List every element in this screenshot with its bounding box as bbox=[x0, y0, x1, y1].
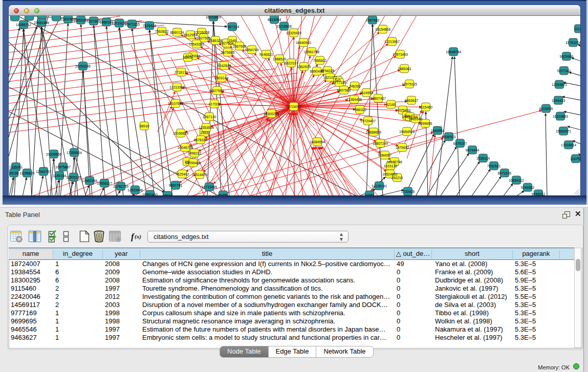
svg-text:12975115: 12975115 bbox=[402, 82, 417, 86]
svg-text:98901: 98901 bbox=[183, 56, 193, 59]
svg-text:18807249: 18807249 bbox=[373, 142, 388, 145]
svg-text:19384554: 19384554 bbox=[310, 140, 325, 144]
svg-text:8322037: 8322037 bbox=[285, 61, 298, 65]
svg-text:2553: 2553 bbox=[200, 131, 208, 135]
svg-text:13325419: 13325419 bbox=[286, 31, 301, 35]
svg-text:18724007: 18724007 bbox=[286, 105, 301, 108]
svg-text:12923446: 12923446 bbox=[127, 188, 143, 192]
svg-text:10807467: 10807467 bbox=[371, 97, 386, 100]
svg-text:14099489: 14099489 bbox=[185, 161, 201, 165]
svg-text:1588520: 1588520 bbox=[273, 57, 287, 61]
svg-text:12942757: 12942757 bbox=[36, 170, 51, 173]
svg-text:116753: 116753 bbox=[570, 157, 580, 161]
svg-text:16648784: 16648784 bbox=[446, 50, 461, 54]
svg-text:16524861: 16524861 bbox=[382, 172, 398, 176]
svg-text:1327602: 1327602 bbox=[87, 19, 101, 23]
svg-text:2367608: 2367608 bbox=[233, 45, 247, 48]
svg-text:21364436: 21364436 bbox=[346, 98, 362, 101]
svg-text:19166829: 19166829 bbox=[173, 132, 188, 135]
svg-text:18300295: 18300295 bbox=[264, 112, 279, 116]
svg-text:9329966: 9329966 bbox=[560, 55, 574, 58]
svg-text:417006: 417006 bbox=[209, 102, 221, 106]
svg-text:16671355: 16671355 bbox=[124, 23, 140, 26]
svg-text:20206536: 20206536 bbox=[46, 152, 61, 156]
svg-text:16782759: 16782759 bbox=[113, 185, 128, 188]
svg-text:11156829: 11156829 bbox=[19, 171, 34, 175]
svg-text:6479197: 6479197 bbox=[453, 142, 467, 145]
svg-text:17359924: 17359924 bbox=[67, 151, 82, 155]
svg-text:10973493: 10973493 bbox=[393, 53, 408, 56]
svg-text:16961758: 16961758 bbox=[304, 50, 319, 54]
svg-text:9084067: 9084067 bbox=[378, 154, 392, 157]
svg-text:16914479: 16914479 bbox=[192, 173, 207, 177]
svg-text:9699695: 9699695 bbox=[419, 122, 432, 125]
svg-text:9777169: 9777169 bbox=[333, 81, 346, 84]
svg-text:7563822: 7563822 bbox=[155, 30, 169, 33]
svg-text:8678334: 8678334 bbox=[194, 138, 208, 142]
svg-text:14136141: 14136141 bbox=[372, 184, 387, 188]
svg-text:12353594: 12353594 bbox=[199, 126, 214, 129]
svg-text:8454749: 8454749 bbox=[245, 48, 259, 52]
svg-text:7986322: 7986322 bbox=[353, 108, 367, 112]
svg-text:1546: 1546 bbox=[228, 39, 236, 42]
svg-text:39159: 39159 bbox=[9, 171, 19, 175]
svg-text:9245652: 9245652 bbox=[521, 186, 535, 189]
svg-text:16033809: 16033809 bbox=[206, 16, 221, 19]
svg-text:8813054: 8813054 bbox=[268, 18, 281, 21]
svg-text:1975692: 1975692 bbox=[396, 146, 409, 149]
svg-text:12213309: 12213309 bbox=[169, 85, 185, 89]
svg-text:17016514: 17016514 bbox=[561, 143, 576, 147]
svg-text:15751074: 15751074 bbox=[565, 41, 580, 45]
svg-text:6497568: 6497568 bbox=[337, 89, 351, 92]
svg-text:15720407: 15720407 bbox=[360, 119, 376, 123]
svg-text:3675685: 3675685 bbox=[221, 51, 235, 54]
svg-text:16154808: 16154808 bbox=[375, 28, 390, 31]
svg-text:8427552: 8427552 bbox=[210, 89, 224, 93]
svg-text:2087682: 2087682 bbox=[366, 18, 380, 22]
svg-text:1615132: 1615132 bbox=[384, 164, 398, 168]
svg-text:2935114: 2935114 bbox=[476, 157, 490, 160]
svg-text:19218506: 19218506 bbox=[276, 25, 292, 28]
svg-text:1145194: 1145194 bbox=[53, 174, 66, 178]
svg-text:92455: 92455 bbox=[219, 193, 228, 196]
svg-text:8938923: 8938923 bbox=[442, 135, 456, 139]
svg-text:1733426: 1733426 bbox=[401, 190, 415, 193]
svg-text:252214: 252214 bbox=[391, 176, 403, 180]
svg-text:1244415: 1244415 bbox=[552, 99, 565, 102]
svg-text:3624554: 3624554 bbox=[360, 91, 374, 95]
svg-text:9242848: 9242848 bbox=[217, 64, 231, 68]
svg-text:8660124: 8660124 bbox=[170, 31, 184, 34]
svg-text:1335061: 1335061 bbox=[9, 165, 23, 169]
svg-text:3267130: 3267130 bbox=[203, 115, 216, 119]
svg-text:10382: 10382 bbox=[365, 193, 375, 196]
svg-text:12093872: 12093872 bbox=[552, 83, 567, 86]
svg-text:18924: 18924 bbox=[163, 194, 172, 196]
svg-text:10107553: 10107553 bbox=[168, 102, 183, 105]
svg-text:16640910: 16640910 bbox=[296, 41, 311, 45]
svg-text:7485063: 7485063 bbox=[398, 67, 411, 71]
svg-text:10688609: 10688609 bbox=[366, 130, 381, 134]
svg-text:10958117: 10958117 bbox=[97, 182, 112, 185]
svg-text:10543382: 10543382 bbox=[189, 42, 204, 46]
svg-text:1362615: 1362615 bbox=[297, 65, 311, 69]
svg-text:(x): (x) bbox=[135, 233, 141, 240]
svg-text:20053346: 20053346 bbox=[75, 64, 91, 68]
svg-text:9146821: 9146821 bbox=[259, 53, 273, 56]
svg-text:7625402: 7625402 bbox=[176, 172, 189, 176]
svg-text:6794028: 6794028 bbox=[321, 69, 335, 73]
svg-text:2803144: 2803144 bbox=[215, 76, 229, 80]
svg-text:15692971: 15692971 bbox=[556, 129, 571, 133]
svg-text:19654923: 19654923 bbox=[399, 130, 415, 134]
svg-text:20691406: 20691406 bbox=[34, 21, 49, 25]
svg-text:7515526: 7515526 bbox=[143, 24, 157, 28]
svg-text:3498222: 3498222 bbox=[188, 151, 202, 155]
svg-text:9745012: 9745012 bbox=[532, 192, 546, 196]
svg-text:98930: 98930 bbox=[140, 124, 149, 128]
svg-text:62160: 62160 bbox=[386, 103, 396, 106]
svg-text:10654112: 10654112 bbox=[509, 179, 524, 182]
svg-text:11123: 11123 bbox=[574, 27, 580, 31]
svg-text:9463627: 9463627 bbox=[405, 99, 419, 102]
svg-text:7357224: 7357224 bbox=[226, 25, 239, 29]
svg-text:10025433: 10025433 bbox=[395, 108, 410, 112]
svg-text:9465546: 9465546 bbox=[409, 117, 423, 121]
